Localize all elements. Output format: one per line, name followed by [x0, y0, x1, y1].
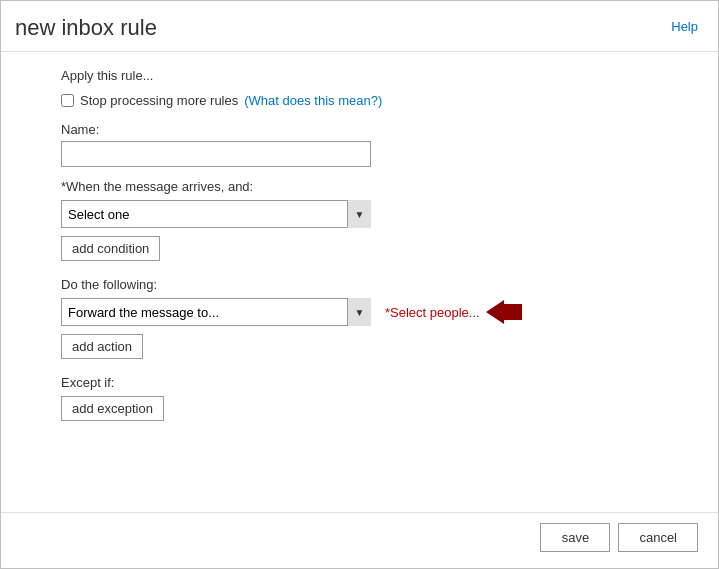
- arrow-left-icon: [486, 300, 522, 324]
- dialog-header: new inbox rule Help: [1, 1, 718, 52]
- cancel-button[interactable]: cancel: [618, 523, 698, 552]
- do-following-label: Do the following:: [61, 277, 698, 292]
- name-label: Name:: [61, 122, 698, 137]
- when-label: *When the message arrives, and:: [61, 179, 698, 194]
- select-people-container: *Select people...: [385, 300, 522, 324]
- help-link[interactable]: Help: [671, 15, 698, 34]
- stop-processing-label: Stop processing more rules: [80, 93, 238, 108]
- add-exception-button[interactable]: add exception: [61, 396, 164, 421]
- forward-row: Forward the message to... ▼ *Select peop…: [61, 298, 698, 326]
- new-inbox-rule-dialog: new inbox rule Help Apply this rule... S…: [0, 0, 719, 569]
- condition-select[interactable]: Select one: [61, 200, 371, 228]
- apply-rule-label: Apply this rule...: [61, 68, 698, 83]
- action-select-wrapper: Forward the message to... ▼: [61, 298, 371, 326]
- what-does-mean-link[interactable]: (What does this mean?): [244, 93, 382, 108]
- stop-processing-checkbox[interactable]: [61, 94, 74, 107]
- svg-marker-0: [486, 300, 522, 324]
- action-select[interactable]: Forward the message to...: [61, 298, 371, 326]
- dialog-title: new inbox rule: [15, 15, 157, 41]
- name-input[interactable]: [61, 141, 371, 167]
- stop-processing-row: Stop processing more rules (What does th…: [61, 93, 698, 108]
- dialog-body: Apply this rule... Stop processing more …: [1, 52, 718, 512]
- add-action-button[interactable]: add action: [61, 334, 143, 359]
- dialog-footer: save cancel: [1, 512, 718, 568]
- save-button[interactable]: save: [540, 523, 610, 552]
- add-condition-button[interactable]: add condition: [61, 236, 160, 261]
- select-people-link[interactable]: *Select people...: [385, 305, 480, 320]
- except-if-label: Except if:: [61, 375, 698, 390]
- condition-select-wrapper: Select one ▼: [61, 200, 371, 228]
